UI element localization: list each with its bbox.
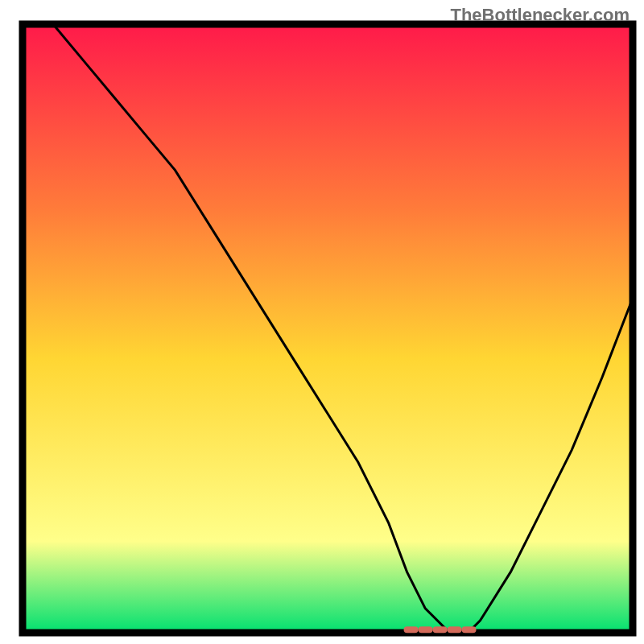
watermark-text: TheBottlenecker.com: [450, 5, 630, 26]
chart-svg: [0, 0, 644, 644]
plot-background: [23, 24, 633, 633]
bottleneck-chart: TheBottlenecker.com: [0, 0, 644, 644]
